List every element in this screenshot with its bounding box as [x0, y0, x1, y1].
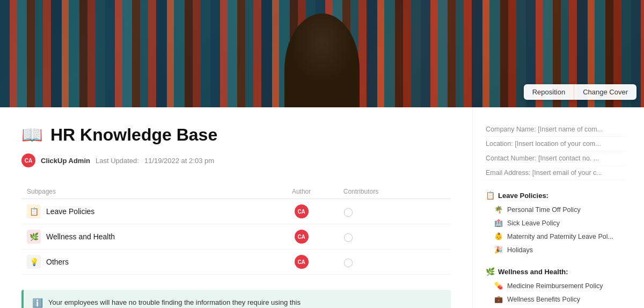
meta-row: CA ClickUp Admin Last Updated: 11/19/202… — [21, 153, 451, 167]
sidebar-item-icon: 🌴 — [494, 206, 503, 214]
sidebar-item[interactable]: 👶Maternity and Paternity Leave Pol... — [481, 230, 625, 243]
sidebar-item-icon: 👶 — [494, 232, 503, 240]
page-title-icon: 📖 — [21, 124, 43, 145]
col-author: Author — [265, 185, 338, 199]
sidebar-item[interactable]: 🌴Personal Time Off Policy — [481, 203, 625, 216]
sidebar-item-label: Wellness Benefits Policy — [507, 296, 580, 303]
last-updated-value: 11/19/2022 at 2:03 pm — [144, 157, 214, 165]
sidebar-item[interactable]: ❤️Compassion Fund Policy — [481, 306, 625, 308]
page-title: HR Knowledge Base — [50, 125, 217, 145]
subpage-icon: 📋 — [27, 204, 41, 218]
cover-image: Reposition Change Cover — [0, 0, 644, 107]
subpage-icon: 💡 — [27, 255, 41, 269]
content-area: 📖 HR Knowledge Base CA ClickUp Admin Las… — [0, 107, 472, 308]
sidebar-item-icon: 🏥 — [494, 219, 503, 227]
sidebar-item[interactable]: 🏥Sick Leave Policy — [481, 216, 625, 230]
reposition-button[interactable]: Reposition — [524, 84, 574, 100]
subpages-table: Subpages Author Contributors 📋 Leave Pol… — [21, 185, 451, 275]
table-row[interactable]: 💡 Others CA ◯ — [21, 250, 451, 275]
section-icon: 🌿 — [486, 267, 495, 276]
sidebar-item-label: Personal Time Off Policy — [507, 206, 581, 214]
subpage-name: Others — [46, 258, 69, 266]
change-cover-button[interactable]: Change Cover — [574, 84, 636, 100]
col-contributors: Contributors — [338, 185, 451, 199]
col-subpages: Subpages — [21, 185, 265, 199]
sidebar-field[interactable]: Contact Number: [Insert contact no. ... — [481, 151, 625, 166]
subpage-name: Leave Policies — [46, 207, 94, 216]
sidebar-item-icon: 🎉 — [494, 246, 503, 254]
info-callout: ℹ️ Your employees will have no trouble f… — [21, 290, 451, 308]
row-author-avatar: CA — [295, 255, 309, 269]
page-title-row: 📖 HR Knowledge Base — [21, 124, 451, 145]
sidebar-item-icon: 💼 — [494, 295, 503, 303]
sidebar-field[interactable]: Email Address: [Insert email of your c..… — [481, 166, 625, 180]
section-title: Leave Policies: — [498, 192, 548, 200]
sidebar-section: 🌿Wellness and Health:💊Medicine Reimburse… — [481, 264, 625, 308]
section-title: Wellness and Health: — [498, 268, 568, 276]
subpage-name: Wellness and Health — [46, 232, 115, 241]
sidebar-item-label: Medicine Reimbursement Policy — [507, 282, 603, 290]
cover-controls: Reposition Change Cover — [524, 84, 636, 100]
callout-icon: ℹ️ — [32, 298, 43, 308]
sidebar-item[interactable]: 💊Medicine Reimbursement Policy — [481, 279, 625, 292]
sidebar-item[interactable]: 💼Wellness Benefits Policy — [481, 292, 625, 306]
row-author-avatar: CA — [295, 204, 309, 218]
section-icon: 📋 — [486, 191, 495, 200]
row-author-avatar: CA — [295, 230, 309, 244]
sidebar-item-label: Sick Leave Policy — [507, 219, 560, 227]
sidebar-item[interactable]: 🎉Holidays — [481, 243, 625, 256]
contributor-icon: ◯ — [343, 207, 353, 216]
main-layout: 📖 HR Knowledge Base CA ClickUp Admin Las… — [0, 107, 644, 308]
subpage-icon: 🌿 — [27, 230, 41, 244]
author-avatar: CA — [21, 153, 35, 167]
last-updated-label: Last Updated: — [96, 157, 139, 165]
sidebar-item-label: Maternity and Paternity Leave Pol... — [507, 233, 613, 240]
right-sidebar: Company Name: [Insert name of com...Loca… — [472, 107, 633, 308]
sidebar-field[interactable]: Location: [Insert location of your com..… — [481, 137, 625, 151]
contributor-icon: ◯ — [343, 258, 353, 267]
table-row[interactable]: 📋 Leave Policies CA ◯ — [21, 199, 451, 224]
author-name: ClickUp Admin — [41, 157, 90, 165]
sidebar-section-header: 📋Leave Policies: — [481, 188, 625, 203]
sidebar-section-header: 🌿Wellness and Health: — [481, 264, 625, 279]
callout-text: Your employees will have no trouble find… — [48, 297, 328, 308]
table-row[interactable]: 🌿 Wellness and Health CA ◯ — [21, 224, 451, 250]
sidebar-item-label: Holidays — [507, 246, 533, 254]
contributor-icon: ◯ — [343, 232, 353, 241]
sidebar-section: 📋Leave Policies:🌴Personal Time Off Polic… — [481, 188, 625, 256]
sidebar-field[interactable]: Company Name: [Insert name of com... — [481, 122, 625, 137]
sidebar-item-icon: 💊 — [494, 282, 503, 290]
